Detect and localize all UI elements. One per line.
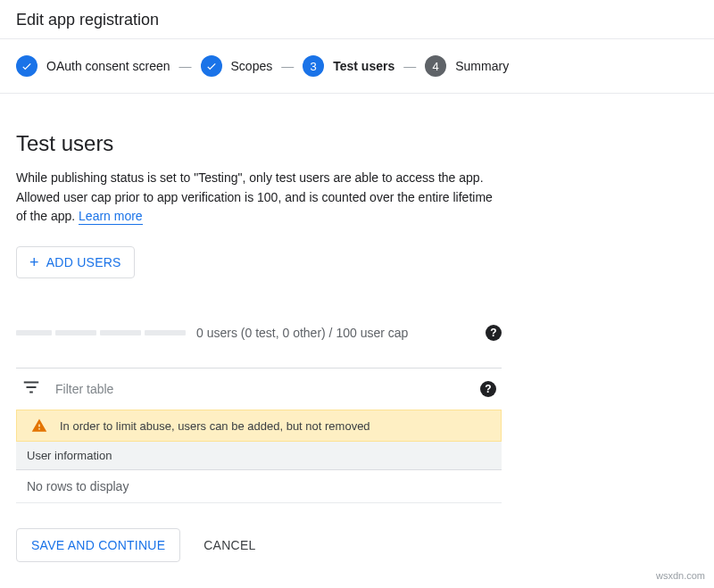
usage-text: 0 users (0 test, 0 other) / 100 user cap <box>196 326 475 340</box>
stepper: OAuth consent screen — Scopes — 3 Test u… <box>0 39 714 94</box>
page-header: Edit app registration <box>0 0 714 39</box>
section-title: Test users <box>16 131 502 156</box>
main-content: Test users While publishing status is se… <box>0 94 518 578</box>
step-number-icon: 3 <box>303 55 324 77</box>
action-bar: SAVE AND CONTINUE CANCEL <box>16 528 502 562</box>
users-table: ? In order to limit abuse, users can be … <box>16 368 502 503</box>
table-header: User information <box>16 442 502 470</box>
learn-more-link[interactable]: Learn more <box>79 209 143 225</box>
filter-input[interactable] <box>54 381 468 397</box>
step-scopes[interactable]: Scopes <box>201 55 273 77</box>
step-label: Summary <box>455 59 509 73</box>
warning-banner: In order to limit abuse, users can be ad… <box>16 410 502 442</box>
help-icon[interactable]: ? <box>486 325 502 341</box>
add-users-label: ADD USERS <box>46 255 121 269</box>
filter-icon[interactable] <box>21 377 41 401</box>
page-title: Edit app registration <box>16 11 698 29</box>
filter-row: ? <box>16 369 502 410</box>
usage-segment <box>16 330 52 335</box>
step-test-users[interactable]: 3 Test users <box>303 55 394 77</box>
add-users-button[interactable]: + ADD USERS <box>16 246 135 278</box>
warning-text: In order to limit abuse, users can be ad… <box>60 419 370 433</box>
usage-bar <box>16 330 186 335</box>
watermark: wsxdn.com <box>656 570 705 578</box>
help-icon[interactable]: ? <box>480 381 496 397</box>
step-summary[interactable]: 4 Summary <box>425 55 509 77</box>
step-connector: — <box>179 59 192 73</box>
usage-segment <box>100 330 141 335</box>
usage-row: 0 users (0 test, 0 other) / 100 user cap… <box>16 325 502 341</box>
step-label: Scopes <box>231 59 273 73</box>
check-icon <box>201 55 222 77</box>
section-description: While publishing status is set to "Testi… <box>16 169 502 227</box>
step-label: OAuth consent screen <box>46 59 170 73</box>
plus-icon: + <box>29 254 39 270</box>
save-and-continue-button[interactable]: SAVE AND CONTINUE <box>16 528 180 562</box>
usage-segment <box>55 330 96 335</box>
warning-icon <box>31 418 47 434</box>
step-oauth-consent[interactable]: OAuth consent screen <box>16 55 170 77</box>
table-empty-message: No rows to display <box>16 470 502 503</box>
step-connector: — <box>281 59 294 73</box>
check-icon <box>16 55 37 77</box>
step-label: Test users <box>333 59 394 73</box>
cancel-button[interactable]: CANCEL <box>198 537 261 553</box>
step-number-icon: 4 <box>425 55 446 77</box>
step-connector: — <box>403 59 416 73</box>
usage-segment <box>145 330 186 335</box>
